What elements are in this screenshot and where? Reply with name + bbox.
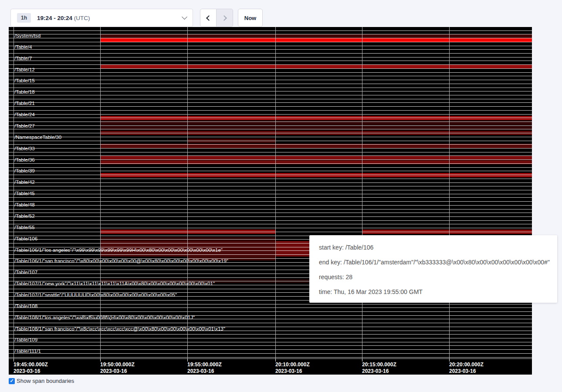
row-label: /Table/12: [14, 67, 35, 72]
row-labels-layer: /System/tsd/Table/4/Table/7/Table/12/Tab…: [9, 27, 532, 358]
x-axis-tick-label: 20:10:00.000Z2023-03-16: [275, 362, 310, 374]
range-text: 19:24 - 20:24 (UTC): [37, 15, 90, 21]
row-label: /Table/45: [14, 191, 35, 196]
row-label: /Table/106/1/"los angeles"/"\x99\x99\x99…: [14, 247, 223, 253]
row-label: /Table/108/1/"san francisco"/"\x8c\xcc\x…: [14, 326, 225, 331]
show-span-boundaries-checkbox[interactable]: ✓: [9, 378, 15, 384]
key-visualizer-heatmap[interactable]: /System/tsd/Table/4/Table/7/Table/12/Tab…: [9, 27, 532, 375]
x-axis: 19:45:00.000Z2023-03-1619:50:00.000Z2023…: [9, 358, 532, 375]
tooltip-line: start key: /Table/106: [319, 240, 557, 255]
x-axis-tick-date: 2023-03-16: [275, 368, 310, 375]
tooltip-line: time: Thu, 16 Mar 2023 19:55:00 GMT: [319, 284, 557, 299]
x-axis-tick-label: 19:45:00.000Z2023-03-16: [14, 362, 48, 374]
chevron-left-icon: [206, 15, 212, 21]
x-axis-tick-date: 2023-03-16: [449, 368, 484, 375]
row-label: /Table/108/1/"los angeles"/"\xa8\xf5\u00…: [14, 315, 195, 320]
time-nav-group: [200, 9, 233, 27]
row-label: /Table/107: [14, 270, 37, 275]
row-label: /Table/111/1: [14, 348, 41, 354]
row-label: /Table/21: [14, 101, 35, 106]
row-label: /Table/106: [14, 236, 37, 241]
x-axis-tick-label: 20:20:00.000Z2023-03-16: [449, 362, 484, 374]
x-axis-tick-date: 2023-03-16: [187, 368, 222, 375]
time-range-picker[interactable]: 1h 19:24 - 20:24 (UTC): [10, 9, 193, 27]
heatmap-plot[interactable]: /System/tsd/Table/4/Table/7/Table/12/Tab…: [9, 27, 532, 358]
range-duration-badge: 1h: [17, 13, 31, 23]
x-axis-tick-date: 2023-03-16: [14, 368, 48, 375]
chevron-down-icon: [182, 14, 187, 20]
range-value: 19:24 - 20:24: [37, 15, 72, 21]
row-label: /Table/36: [14, 157, 35, 162]
hover-tooltip: start key: /Table/106end key: /Table/106…: [309, 235, 557, 303]
x-axis-tick-label: 20:15:00.000Z2023-03-16: [362, 362, 396, 374]
now-button[interactable]: Now: [238, 9, 263, 27]
row-label: /System/tsd: [14, 33, 41, 38]
row-label: /Table/15: [14, 78, 35, 83]
row-label: /Table/4: [14, 44, 32, 50]
x-axis-tick-label: 19:55:00.000Z2023-03-16: [187, 362, 222, 374]
x-axis-tick-label: 19:50:00.000Z2023-03-16: [100, 362, 135, 374]
row-label: /NamespaceTable/30: [14, 135, 61, 140]
chevron-right-icon: [221, 15, 227, 21]
row-label: /Table/106/1/"san francisco"/"\x80\x00\x…: [14, 258, 228, 264]
prev-interval-button[interactable]: [200, 9, 217, 27]
row-label: /Table/108: [14, 304, 37, 309]
row-label: /Table/18: [14, 89, 35, 95]
footer: ✓ Show span boundaries: [9, 378, 74, 384]
row-label: /Table/48: [14, 202, 35, 207]
row-label: /Table/33: [14, 146, 35, 151]
row-label: /Table/27: [14, 123, 35, 128]
row-label: /Table/24: [14, 112, 35, 117]
row-label: /Table/107/1/"new york"/"\x11\x11\x11\x1…: [14, 281, 215, 286]
check-icon: ✓: [10, 378, 14, 383]
row-label: /Table/55: [14, 225, 35, 230]
row-label: /Table/42: [14, 179, 35, 185]
checkbox-label: Show span boundaries: [17, 378, 74, 384]
row-label: /Table/109: [14, 337, 37, 342]
row-label: /Table/52: [14, 213, 35, 219]
next-interval-button[interactable]: [217, 9, 233, 27]
x-axis-tick-date: 2023-03-16: [362, 368, 396, 375]
row-label: /Table/39: [14, 168, 35, 173]
row-label: /Table/107/1/"seattle"/"UUUUUUD\x00\x80\…: [14, 292, 177, 297]
tooltip-line: requests: 28: [319, 270, 557, 284]
x-axis-tick-date: 2023-03-16: [100, 368, 135, 375]
row-label: /Table/7: [14, 56, 32, 61]
range-timezone: (UTC): [74, 15, 90, 21]
tooltip-line: end key: /Table/106/1/"amsterdam"/"\xb33…: [319, 255, 557, 270]
